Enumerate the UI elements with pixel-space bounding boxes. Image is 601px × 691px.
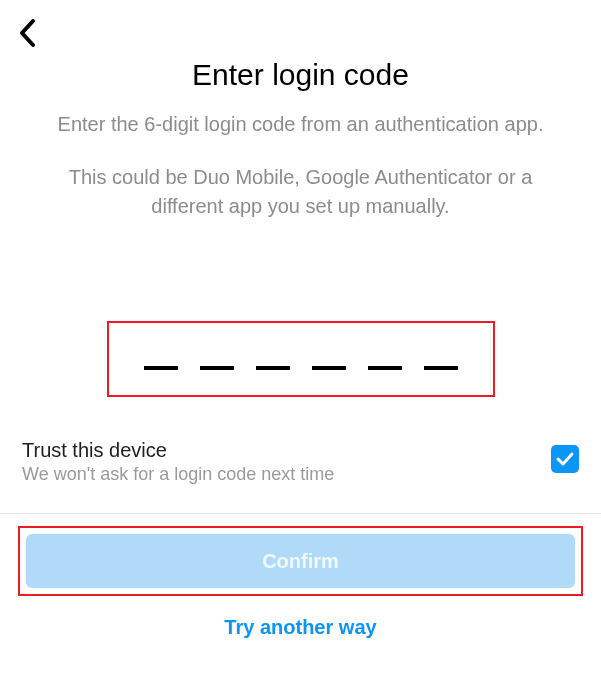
code-digit-placeholder bbox=[256, 366, 290, 370]
try-another-way-link[interactable]: Try another way bbox=[224, 616, 376, 638]
divider bbox=[0, 513, 601, 514]
confirm-button[interactable]: Confirm bbox=[26, 534, 575, 588]
code-digit-placeholder bbox=[144, 366, 178, 370]
instruction-text-1: Enter the 6-digit login code from an aut… bbox=[40, 110, 561, 139]
checkmark-icon bbox=[555, 449, 575, 469]
trust-device-row: Trust this device We won't ask for a log… bbox=[22, 439, 579, 485]
code-digit-placeholder bbox=[424, 366, 458, 370]
trust-device-text: Trust this device We won't ask for a log… bbox=[22, 439, 551, 485]
code-digit-placeholder bbox=[312, 366, 346, 370]
trust-device-checkbox[interactable] bbox=[551, 445, 579, 473]
instruction-text-2: This could be Duo Mobile, Google Authent… bbox=[40, 163, 561, 221]
code-digit-placeholder bbox=[200, 366, 234, 370]
trust-device-title: Trust this device bbox=[22, 439, 551, 462]
code-group-1 bbox=[144, 348, 290, 370]
confirm-button-label: Confirm bbox=[262, 550, 339, 573]
code-group-2 bbox=[312, 348, 458, 370]
confirm-button-highlight: Confirm bbox=[18, 526, 583, 596]
back-button[interactable] bbox=[18, 18, 36, 48]
code-input[interactable] bbox=[107, 321, 495, 397]
code-input-highlight bbox=[0, 321, 601, 397]
page-title: Enter login code bbox=[0, 58, 601, 92]
trust-device-subtitle: We won't ask for a login code next time bbox=[22, 464, 551, 485]
code-digit-placeholder bbox=[368, 366, 402, 370]
chevron-left-icon bbox=[18, 18, 36, 48]
